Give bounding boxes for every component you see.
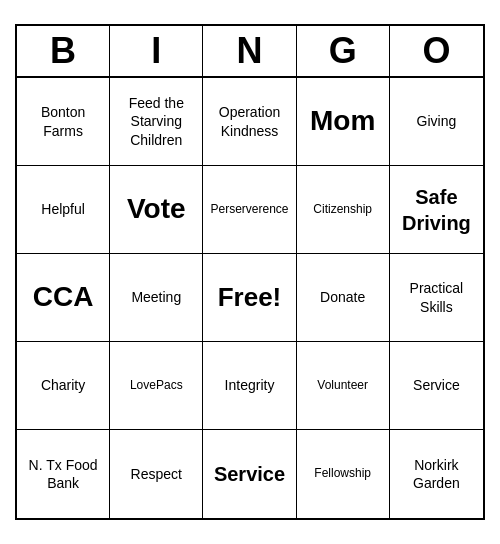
bingo-cell[interactable]: Meeting	[110, 254, 203, 342]
bingo-cell[interactable]: Safe Driving	[390, 166, 483, 254]
bingo-cell[interactable]: Service	[390, 342, 483, 430]
bingo-cell[interactable]: Giving	[390, 78, 483, 166]
bingo-cell[interactable]: Helpful	[17, 166, 110, 254]
bingo-cell[interactable]: Fellowship	[297, 430, 390, 518]
bingo-cell[interactable]: Vote	[110, 166, 203, 254]
bingo-cell[interactable]: Perserverence	[203, 166, 296, 254]
bingo-card: BINGO Bonton FarmsFeed the Starving Chil…	[15, 24, 485, 520]
header-letter: B	[17, 26, 110, 76]
header-letter: G	[297, 26, 390, 76]
bingo-cell[interactable]: Respect	[110, 430, 203, 518]
bingo-cell[interactable]: Service	[203, 430, 296, 518]
header-letter: I	[110, 26, 203, 76]
bingo-cell[interactable]: Bonton Farms	[17, 78, 110, 166]
bingo-cell[interactable]: CCA	[17, 254, 110, 342]
bingo-header: BINGO	[17, 26, 483, 78]
header-letter: O	[390, 26, 483, 76]
bingo-cell[interactable]: Practical Skills	[390, 254, 483, 342]
bingo-cell[interactable]: Donate	[297, 254, 390, 342]
bingo-cell[interactable]: LovePacs	[110, 342, 203, 430]
header-letter: N	[203, 26, 296, 76]
bingo-cell[interactable]: Feed the Starving Children	[110, 78, 203, 166]
bingo-cell[interactable]: Citizenship	[297, 166, 390, 254]
bingo-cell[interactable]: N. Tx Food Bank	[17, 430, 110, 518]
bingo-grid: Bonton FarmsFeed the Starving ChildrenOp…	[17, 78, 483, 518]
bingo-cell[interactable]: Volunteer	[297, 342, 390, 430]
bingo-cell[interactable]: Norkirk Garden	[390, 430, 483, 518]
bingo-cell[interactable]: Charity	[17, 342, 110, 430]
bingo-cell[interactable]: Free!	[203, 254, 296, 342]
bingo-cell[interactable]: Integrity	[203, 342, 296, 430]
bingo-cell[interactable]: Operation Kindness	[203, 78, 296, 166]
bingo-cell[interactable]: Mom	[297, 78, 390, 166]
